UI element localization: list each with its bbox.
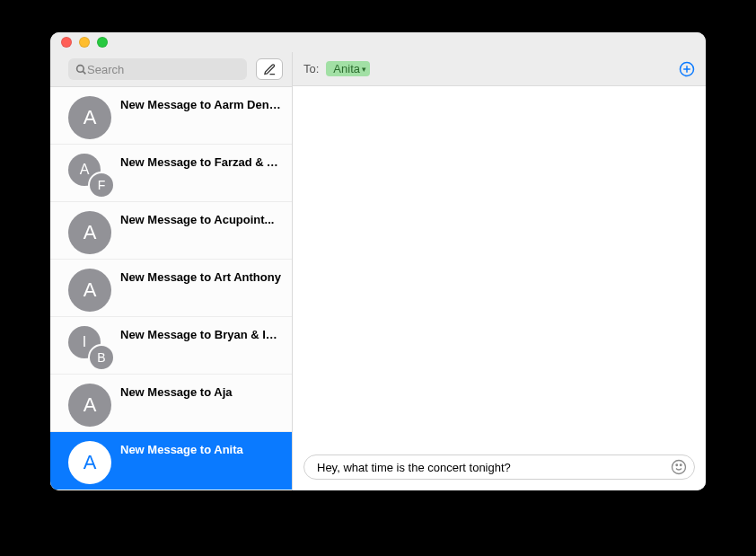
conversation-title: New Message to Anita [120,441,243,456]
message-input[interactable] [317,461,671,474]
conversation-title: New Message to Farzad & A... [120,154,281,169]
avatar: A [68,384,111,427]
to-label: To: [303,62,319,75]
avatar-initial: A [68,96,111,139]
sidebar-toolbar [50,52,292,87]
message-input-wrapper[interactable] [303,455,695,480]
fullscreen-window-button[interactable] [97,37,108,48]
conversation-item[interactable]: ANew Message to Aja [50,375,292,432]
conversation-title: New Message to Acupoint... [120,211,274,226]
message-area [293,86,706,447]
conversation-list[interactable]: ANew Message to Aarm DentalAFNew Message… [50,87,292,490]
avatar-initial: A [68,211,111,254]
avatar-initial: A [68,269,111,312]
conversation-title: New Message to Aarm Dental [120,96,281,111]
avatar: A [68,96,111,139]
conversation-item[interactable]: ANew Message to Art Anthony [50,260,292,317]
conversation-item[interactable]: IBNew Message to Bryan & Im... [50,317,292,375]
svg-point-0 [77,65,84,72]
search-icon [75,64,87,75]
conversation-title: New Message to Art Anthony [120,269,281,284]
recipient-pill[interactable]: Anita ▾ [326,61,370,76]
sidebar: ANew Message to Aarm DentalAFNew Message… [50,52,293,490]
chevron-down-icon: ▾ [362,65,366,74]
compose-button[interactable] [256,58,283,80]
compose-bar [293,447,706,490]
conversation-title: New Message to Aja [120,384,233,399]
svg-point-6 [676,464,678,466]
avatar-initial: A [68,384,111,427]
close-window-button[interactable] [61,37,72,48]
svg-point-5 [672,461,686,474]
messages-window: ANew Message to Aarm DentalAFNew Message… [50,32,706,490]
avatar: A [68,211,111,254]
svg-point-7 [681,464,682,466]
conversation-item[interactable]: ANew Message to Aarm Dental [50,87,292,145]
avatar: IB [68,326,111,369]
main-panel: To: Anita ▾ [293,52,706,490]
avatar: AF [68,154,111,197]
details-button[interactable] [679,61,695,77]
svg-line-1 [83,71,85,74]
minimize-window-button[interactable] [79,37,90,48]
conversation-title: New Message to Bryan & Im... [120,326,281,341]
search-field[interactable] [68,58,247,80]
emoji-icon[interactable] [671,459,687,475]
to-bar: To: Anita ▾ [293,52,706,86]
conversation-item[interactable]: ANew Message to Acupoint... [50,202,292,260]
conversation-item[interactable]: ANew Message to Anita [50,432,292,490]
titlebar [50,32,706,52]
avatar-initial: F [88,172,115,199]
avatar-initial: A [68,441,111,484]
avatar-initial: B [88,344,115,371]
avatar: A [68,441,111,484]
search-input[interactable] [87,63,240,76]
conversation-item[interactable]: AFNew Message to Farzad & A... [50,145,292,202]
avatar: A [68,269,111,312]
recipient-name: Anita [333,62,360,75]
